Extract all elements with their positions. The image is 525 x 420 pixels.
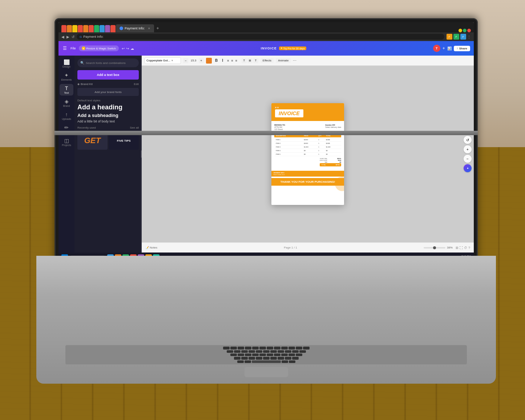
text-format-btn-3[interactable]: T [253,58,258,63]
win-close[interactable] [467,29,471,32]
browser-tab-7[interactable] [94,25,99,32]
brand-kit-label: ◈ Brand Kit [77,82,93,86]
redo-btn[interactable]: ↪ [126,47,129,51]
brand-kit-edit-btn[interactable]: Edit [134,82,139,86]
zoom-slider[interactable] [424,247,445,249]
effects-btn[interactable]: Effects [261,58,274,63]
add-collaborator-btn[interactable]: + [443,46,445,51]
key [234,357,241,359]
key [263,357,270,359]
italic-btn[interactable]: I [221,58,224,63]
font-size-decrease-btn[interactable]: − [183,58,188,63]
new-tab-btn[interactable]: + [154,26,161,31]
magic-tool-btn[interactable]: ✦ [464,164,472,172]
cloud-save-btn[interactable]: ☁ [130,47,134,51]
browser-tabs: Payment Info: ✕ + [58,22,474,32]
text-format-btn-2[interactable]: ⊞ [247,58,253,63]
zoom-out-btn[interactable]: − [464,155,472,163]
resize-magic-btn[interactable]: ✦ Resize & Magic Switch [79,45,119,51]
add-text-box-btn[interactable]: Add a text box [77,70,139,80]
subheading-style-btn[interactable]: Add a subheading [77,113,139,118]
timer-btn[interactable]: ⏱ [464,246,467,250]
invoice-row-2: ITEM 2 $1000 1 $1000 [274,142,341,145]
browser-tab-2[interactable] [67,25,72,32]
win-maximize[interactable] [463,29,467,32]
font-search-box[interactable]: 🔍 Search fonts and combinations [77,58,139,67]
hamburger-btn[interactable]: ☰ [62,45,68,52]
refresh-canvas-btn[interactable]: ↺ [464,136,472,144]
dot-2 [277,107,279,108]
undo-btn[interactable]: ↩ [122,47,125,51]
browser-tab-6[interactable] [89,25,94,32]
laptop: Payment Info: ✕ + ◀ ▶ [36,18,496,384]
share-icon: ↑ [457,47,458,50]
animate-btn[interactable]: Animate [276,58,291,63]
key [238,354,244,356]
browser-tab-10[interactable] [110,25,116,32]
browser-tab-5[interactable] [83,25,88,32]
tax-val: $0 [330,161,341,163]
extension-2[interactable]: F [453,34,459,40]
address-bar[interactable]: G Payment Info: [77,34,444,40]
browser-tab-9[interactable] [105,25,110,32]
key [299,350,306,353]
pro-badge-btn[interactable]: ✦ Try Pro for 30 days [279,47,306,50]
sidebar-item-uploads[interactable]: ↑ Uploads [60,110,73,122]
key [281,354,288,356]
canva-body: ⬜ Design ✦ Elements T Text [58,56,474,253]
heading-style-btn[interactable]: Add a heading [77,104,139,111]
key [252,347,259,349]
notes-btn[interactable]: 📝 Notes [145,246,157,249]
font-family-selector[interactable]: Copperplate Got... ▼ [145,57,181,64]
align-left-btn[interactable]: ≡ [226,58,230,63]
user-avatar-btn[interactable]: T [433,45,440,52]
key [285,357,291,359]
browser-menu-btn[interactable]: ⋮ [467,35,471,39]
browser-tab-8[interactable] [100,25,105,32]
file-btn[interactable]: File [70,47,76,50]
browser-tab-4[interactable] [78,25,83,32]
list-btn[interactable]: ≡ [235,58,238,63]
browser-tab-1[interactable] [61,25,66,32]
sidebar-item-design[interactable]: ⬜ Design [60,58,73,69]
text-format-btn-1[interactable]: T [242,58,247,63]
zoom-in-btn[interactable]: + [464,145,472,153]
win-minimize[interactable] [459,29,462,32]
font-color-btn[interactable] [206,58,212,64]
forward-btn[interactable]: ▶ [66,35,69,39]
extension-3[interactable]: F [460,34,466,40]
extension-1[interactable]: F [447,34,452,40]
tab-close-btn[interactable]: ✕ [148,27,150,30]
body-style-btn[interactable]: Add a little bit of body text [77,120,139,123]
share-btn[interactable]: ↑ Share [454,46,470,51]
see-all-btn[interactable]: See all [130,126,139,129]
refresh-btn[interactable]: ↺ [72,35,74,39]
sidebar-item-brand[interactable]: ◈ Brand [60,97,73,109]
invoice-dots [275,107,340,108]
key [296,347,302,349]
fullscreen-btn[interactable]: ⛶ [460,246,463,250]
sidebar-item-elements[interactable]: ✦ Elements [60,71,73,82]
canvas-area: Copperplate Got... ▼ − 15.3 + B [142,56,474,253]
bold-btn[interactable]: B [214,58,219,63]
add-brand-fonts-btn[interactable]: Add your brand fonts [77,88,139,96]
sidebar-item-text[interactable]: T Text [60,84,73,96]
row1-total: $1000 [326,139,340,141]
invoice-document[interactable]: INVOICE INVOICE TO: ATTN INC [271,103,344,205]
trackpad[interactable] [245,367,288,377]
browser-tab-3[interactable] [72,25,77,32]
key [234,350,241,353]
grid-view-btn[interactable]: ⊞ [456,246,459,250]
invoice-date-label: Select delivery date [325,126,341,128]
invoice-decoration [335,177,344,191]
back-btn[interactable]: ◀ [61,35,64,39]
sidebar-item-projects[interactable]: ◫ Projects [60,136,73,148]
active-tab[interactable]: Payment Info: ✕ [116,24,154,32]
help-btn[interactable]: ? [468,246,470,250]
key [285,350,291,353]
more-options-btn[interactable]: ⋯ [293,58,296,62]
font-size-value[interactable]: 15.3 [189,59,198,62]
analytics-btn[interactable]: 📊 [447,47,452,51]
font-size-increase-btn[interactable]: + [199,58,204,63]
align-center-btn[interactable]: ≡ [230,58,234,63]
